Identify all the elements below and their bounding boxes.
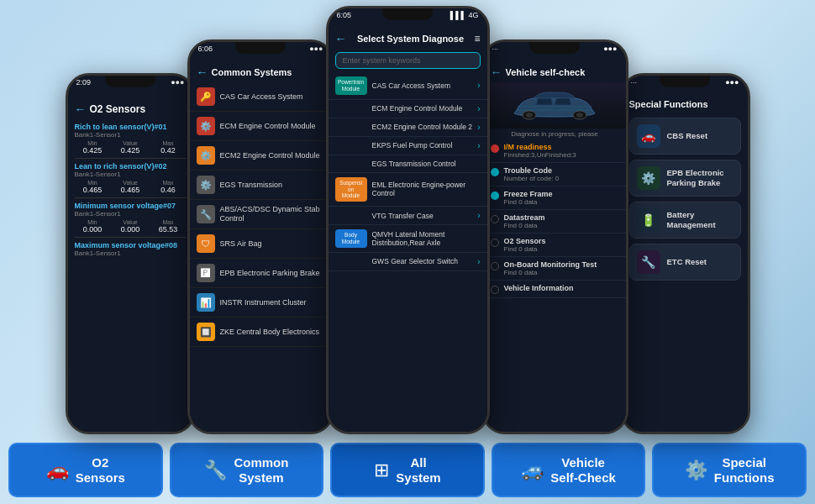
screen-o2-sensors: 2:09 ●●● ← O2 Sensors Rich to lean senso… — [68, 76, 193, 432]
menu-item-instr[interactable]: 📊 INSTR Instrument Cluster — [190, 288, 332, 318]
special-battery[interactable]: 🔋 Battery Management — [629, 202, 741, 239]
instr-label: INSTR Instrument Cluster — [220, 298, 307, 307]
nav-common-label: CommonSystem — [234, 455, 288, 486]
sensor-grid-2: Min0.465 Value0.465 Max0.46 — [75, 180, 187, 194]
car-svg — [504, 87, 605, 124]
trouble-content: Trouble Code Number of code: 0 — [504, 166, 560, 182]
sensor-sublabel-1: Bank1-Sensor1 — [75, 131, 187, 139]
system-item-gws[interactable]: GWS Gear Selector Switch › — [329, 253, 487, 271]
time-4: ··· — [492, 45, 499, 53]
diag-freeze-frame[interactable]: Freeze Frame Find 0 data — [484, 186, 626, 210]
nav-common-system[interactable]: 🔧 CommonSystem — [170, 443, 324, 497]
divider-2 — [75, 197, 187, 198]
special-epb[interactable]: ⚙️ EPB Electronic Parking Brake — [629, 160, 741, 197]
diag-o2-sensors[interactable]: O2 Sensors Find 0 data — [484, 234, 626, 257]
menu-item-abs[interactable]: 🔧 ABS/ACS/DSC Dynamic Stab Control — [190, 200, 332, 229]
system-item-egs[interactable]: EGS Transmission Control — [329, 155, 487, 173]
system-vtg-text: VTG Transfer Case — [372, 212, 473, 220]
nav-special-functions[interactable]: ⚙️ SpecialFunctions — [652, 443, 807, 497]
screen-common-systems: 6:06 ●●● ← Common Systems 🔑 CAS Car Acce… — [190, 42, 332, 432]
divider-1 — [75, 158, 187, 159]
back-icon-4[interactable]: ← — [491, 66, 502, 79]
status-bar-3: 6:05 ▌▌▌ 4G — [329, 11, 487, 19]
system-item-qmvh[interactable]: BodyModule QMVH Lateral Moment Distribut… — [329, 225, 487, 253]
etc-label: ETC Reset — [667, 257, 707, 267]
im-label: I/M readiness — [504, 143, 576, 151]
dot-o2 — [491, 239, 499, 247]
screen1-title: O2 Sensors — [90, 103, 146, 115]
instr-icon: 📊 — [197, 293, 215, 312]
system-item-eml[interactable]: SuspensionModule EML Electronic Engine-p… — [329, 173, 487, 207]
app-container: 2:09 ●●● ← O2 Sensors Rich to lean senso… — [0, 0, 815, 504]
zke-icon: 🔲 — [197, 323, 215, 341]
diag-vehicle-info[interactable]: Vehicle Information — [484, 281, 626, 298]
dot-vinfo — [491, 286, 499, 294]
system-egs-text: EGS Transmission Control — [372, 160, 481, 168]
phones-area: 2:09 ●●● ← O2 Sensors Rich to lean senso… — [0, 7, 815, 434]
phone-select-system: 6:05 ▌▌▌ 4G ← Select System Diagnose ≡ E… — [326, 6, 490, 434]
nav-vehicle-icon: 🚙 — [521, 459, 544, 481]
chevron-cas: › — [477, 81, 480, 90]
menu-icon-3[interactable]: ≡ — [474, 33, 480, 45]
menu-item-srs[interactable]: 🛡 SRS Air Bag — [190, 229, 332, 259]
egs-label: EGS Transmission — [220, 181, 283, 190]
nav-all-label: AllSystem — [396, 455, 440, 486]
system-qmvh-text: QMVH Lateral Moment Distribution,Rear Ax… — [372, 230, 481, 247]
back-icon-3[interactable]: ← — [335, 32, 347, 45]
nav-o2-sensors[interactable]: 🚗 O2Sensors — [8, 443, 163, 497]
sensor-label-1: Rich to lean sensor(V)#01 — [75, 123, 187, 131]
suspension-module-label: SuspensionModule — [335, 177, 367, 202]
sensor-sublabel-3: Bank1-Sensor1 — [75, 210, 187, 218]
epb-special-label: EPB Electronic Parking Brake — [667, 168, 734, 189]
ecm-label: ECM Engine Control Module — [220, 122, 316, 131]
status-bar-4: ··· ●●● — [484, 45, 626, 53]
system-item-cas[interactable]: PowertrainModule CAS Car Access System › — [329, 72, 487, 100]
time-1: 2:09 — [76, 78, 92, 87]
data-sub: Find 0 data — [504, 222, 545, 229]
search-box-3[interactable]: Enter system keywords — [335, 52, 481, 69]
system-ecm2-text: ECM2 Engine Control Module 2 — [372, 123, 473, 131]
im-sub: Finished:3,UnFinished:3 — [504, 151, 576, 159]
special-cbs[interactable]: 🚗 CBS Reset — [629, 118, 741, 155]
system-item-ekps[interactable]: EKPS Fuel Pump Control › — [329, 137, 487, 155]
nav-common-icon: 🔧 — [204, 459, 227, 481]
sensor-grid-1: Min 0.425 Value 0.425 Max 0.42 — [75, 140, 187, 155]
menu-item-egs[interactable]: ⚙️ EGS Transmission — [190, 171, 332, 200]
special-etc[interactable]: 🔧 ETC Reset — [629, 244, 741, 281]
svg-point-2 — [526, 113, 533, 118]
sensor-sublabel-2: Bank1-Sensor1 — [75, 171, 187, 178]
ecm2-label: ECM2 Engine Control Module — [220, 151, 320, 160]
menu-item-zke[interactable]: 🔲 ZKE Central Body Electronics — [190, 318, 332, 347]
time-2: 6:06 — [198, 45, 213, 53]
menu-item-cas[interactable]: 🔑 CAS Car Access System — [190, 82, 332, 112]
menu-item-ecm2[interactable]: ⚙️ ECM2 Engine Control Module — [190, 141, 332, 171]
system-eml-text: EML Electronic Engine-power Control — [372, 181, 481, 197]
signal-5: ●●● — [725, 78, 739, 87]
svg-point-4 — [576, 113, 583, 118]
trouble-sub: Number of code: 0 — [504, 175, 560, 182]
sensor-2: Lean to rich sensor(V)#02 Bank1-Sensor1 … — [75, 162, 187, 194]
system-item-ecm2[interactable]: ECM2 Engine Control Module 2 › — [329, 118, 487, 137]
freeze-label: Freeze Frame — [504, 190, 553, 198]
system-item-ecm[interactable]: ECM Engine Control Module › — [329, 100, 487, 118]
sensor-col-val-1: Value 0.425 — [113, 140, 149, 155]
vinfo-label: Vehicle Information — [504, 284, 574, 292]
system-ekps-text: EKPS Fuel Pump Control — [372, 141, 473, 150]
nav-all-system[interactable]: ⊞ AllSystem — [330, 443, 485, 497]
back-icon-1[interactable]: ← — [75, 102, 87, 116]
diag-im-readiness[interactable]: I/M readiness Finished:3,UnFinished:3 — [484, 139, 626, 163]
sensor-4: Maximum sensor voltage#08 Bank1-Sensor1 — [75, 241, 187, 257]
diag-datastream[interactable]: Datastream Find 0 data — [484, 210, 626, 234]
signal-1: ●●● — [171, 78, 184, 87]
sensor-1: Rich to lean sensor(V)#01 Bank1-Sensor1 … — [75, 123, 187, 155]
nav-vehicle-selfcheck[interactable]: 🚙 VehicleSelf-Check — [492, 443, 646, 497]
screen-special-functions: ··· ●●● Special Functions 🚗 CBS Reset ⚙️… — [623, 76, 748, 432]
system-item-vtg[interactable]: VTG Transfer Case › — [329, 207, 487, 225]
etc-icon: 🔧 — [637, 250, 660, 274]
diag-trouble-code[interactable]: Trouble Code Number of code: 0 — [484, 163, 626, 186]
back-icon-2[interactable]: ← — [197, 66, 208, 79]
diag-on-board[interactable]: On-Board Monitoring Test Find 0 data — [484, 257, 626, 281]
menu-item-epb[interactable]: 🅿 EPB Electronic Parking Brake — [190, 259, 332, 288]
im-content: I/M readiness Finished:3,UnFinished:3 — [504, 143, 576, 159]
menu-item-ecm[interactable]: ⚙️ ECM Engine Control Module — [190, 112, 332, 141]
